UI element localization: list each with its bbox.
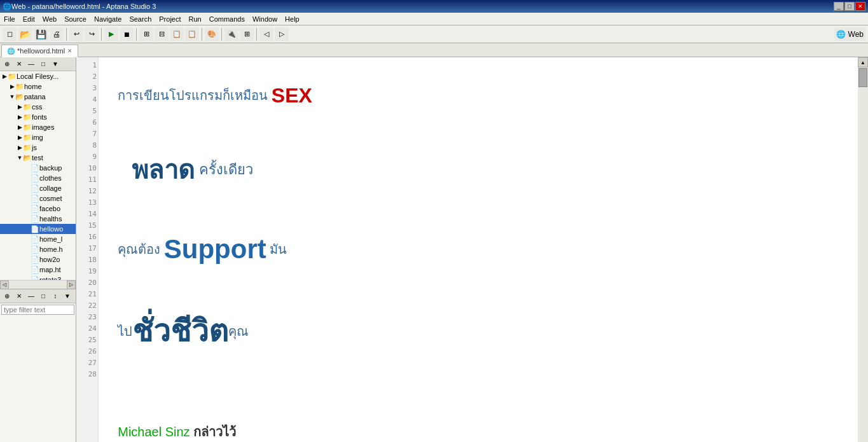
folder-icon: 📁: [23, 123, 32, 132]
tree-item-hellowo[interactable]: 📄 hellowo: [0, 224, 76, 234]
menu-help[interactable]: Help: [281, 14, 303, 24]
toolbar-view[interactable]: ⊞: [240, 27, 254, 41]
tree-item-home[interactable]: ▶ 📁 home: [0, 81, 76, 92]
menu-source[interactable]: Source: [60, 14, 90, 24]
toolbar-print[interactable]: 🖨: [50, 27, 64, 41]
tree-item-img[interactable]: ▶ 📁 img: [0, 132, 76, 142]
file-icon: 📄: [31, 225, 39, 233]
hscroll-right[interactable]: ▷: [67, 280, 76, 289]
editor-line-12: [104, 220, 853, 231]
toolbar-layout3[interactable]: 📋: [170, 27, 184, 41]
tree-item-localfiles[interactable]: ▶ 📁 Local Filesy...: [0, 71, 76, 81]
toolbar-run[interactable]: ▶: [104, 27, 118, 41]
vscroll-thumb[interactable]: [858, 68, 867, 87]
tree-item-map[interactable]: 📄 map.ht: [0, 265, 76, 275]
filter-input[interactable]: [1, 305, 74, 315]
blp-btn2[interactable]: ✕: [13, 290, 25, 301]
tree-item-how2o[interactable]: 📄 how2o: [0, 254, 76, 265]
menu-run[interactable]: Run: [185, 14, 205, 24]
toolbar-layout1[interactable]: ⊞: [139, 27, 153, 41]
fe-btn-min[interactable]: —: [25, 59, 37, 70]
tree-toggle: [24, 175, 31, 181]
tree-label: css: [32, 103, 43, 111]
blp-btn3[interactable]: —: [25, 290, 37, 301]
tab-helloword[interactable]: 🌐 *helloword.html ✕: [1, 45, 78, 57]
file-icon: 📄: [31, 266, 39, 274]
blp-btn1[interactable]: ⊕: [1, 290, 13, 301]
toolbar-stop[interactable]: ⏹: [120, 27, 134, 41]
toolbar-web-icon[interactable]: 🌐 Web: [834, 27, 865, 41]
maximize-button[interactable]: □: [844, 2, 855, 11]
tree-item-backup[interactable]: 📄 backup: [0, 163, 76, 173]
toolbar-fwd[interactable]: ▷: [275, 27, 289, 41]
editor-content[interactable]: การเขียนโปรแกรมก็เหมือน SEX พลาด ครั้งเด…: [99, 57, 858, 442]
menu-edit[interactable]: Edit: [19, 14, 39, 24]
editor-line-21: [104, 373, 853, 385]
tree-item-home-h[interactable]: 📄 home.h: [0, 244, 76, 254]
toolbar-redo[interactable]: ↪: [85, 27, 99, 41]
editor-line-24: [104, 408, 853, 419]
fe-btn-max[interactable]: □: [38, 59, 49, 70]
menu-window[interactable]: Window: [249, 14, 281, 24]
tree-toggle: [24, 195, 31, 202]
editor-line-18: ไป ชั่วชีวิต คุณ: [104, 312, 853, 350]
toolbar-plug[interactable]: 🔌: [224, 27, 238, 41]
toolbar-layout4[interactable]: 📋: [185, 27, 199, 41]
toolbar-new[interactable]: ◻: [3, 27, 17, 41]
bottom-left-panel: ⊕ ✕ — □ ↕ ▼: [0, 289, 76, 443]
tree-item-clothes[interactable]: 📄 clothes: [0, 173, 76, 183]
editor-vscrollbar[interactable]: ▲ ▼: [858, 57, 868, 442]
tree-item-facebo[interactable]: 📄 facebo: [0, 204, 76, 214]
tree-item-js[interactable]: ▶ 📁 js: [0, 142, 76, 153]
tree-toggle: [24, 256, 31, 263]
toolbar-palette[interactable]: 🎨: [205, 27, 219, 41]
toolbar-layout2[interactable]: ⊟: [155, 27, 169, 41]
tree-item-rotate3[interactable]: 📄 rotate3: [0, 275, 76, 280]
tree-toggle: [24, 226, 31, 232]
menu-file[interactable]: File: [0, 14, 19, 24]
tree-toggle: ▼: [9, 93, 15, 100]
titlebar-controls: _ □ ✕: [834, 2, 865, 11]
tree-item-css[interactable]: ▶ 📁 css: [0, 102, 76, 112]
tree-item-cosmet[interactable]: 📄 cosmet: [0, 193, 76, 204]
vscroll-up[interactable]: ▲: [858, 57, 868, 67]
tree-hscrollbar[interactable]: ◁ ▷: [0, 280, 76, 289]
minimize-button[interactable]: _: [834, 2, 844, 11]
blp-btn-menu[interactable]: ▼: [62, 290, 73, 301]
toolbar-open[interactable]: 📂: [18, 27, 32, 41]
fe-btn-new[interactable]: ⊕: [1, 59, 13, 70]
tree-item-fonts[interactable]: ▶ 📁 fonts: [0, 112, 76, 122]
line13-support: Support: [164, 244, 266, 255]
tree-toggle: ▶: [9, 83, 15, 90]
tree-label: images: [32, 123, 54, 131]
line25-thai: กล่าวไว้: [193, 426, 236, 438]
fe-btn-menu[interactable]: ▼: [50, 59, 61, 70]
tree-label: patana: [24, 93, 46, 100]
menu-navigate[interactable]: Navigate: [90, 14, 125, 24]
toolbar-undo[interactable]: ↩: [69, 27, 83, 41]
toolbar-back[interactable]: ◁: [259, 27, 273, 41]
tab-close-icon[interactable]: ✕: [67, 48, 72, 54]
close-button[interactable]: ✕: [855, 2, 865, 11]
folder-icon: 📁: [23, 103, 32, 111]
menu-search[interactable]: Search: [125, 14, 155, 24]
menu-project[interactable]: Project: [155, 14, 184, 24]
separator-2: [101, 28, 102, 41]
tree-item-healths[interactable]: 📄 healths: [0, 214, 76, 224]
tree-item-collage[interactable]: 📄 collage: [0, 183, 76, 193]
blp-btn4[interactable]: □: [38, 290, 49, 301]
tree-item-test[interactable]: ▼ 📂 test: [0, 153, 76, 163]
menu-commands[interactable]: Commands: [205, 14, 249, 24]
fe-btn-close[interactable]: ✕: [13, 59, 25, 70]
tree-toggle: [24, 205, 31, 212]
menu-web[interactable]: Web: [39, 14, 60, 24]
tree-item-images[interactable]: ▶ 📁 images: [0, 122, 76, 132]
tree-item-patana[interactable]: ▼ 📂 patana: [0, 92, 76, 102]
toolbar-save[interactable]: 💾: [34, 27, 48, 41]
tree-item-home-l[interactable]: 📄 home_l: [0, 234, 76, 244]
folder-icon: 📁: [23, 144, 32, 152]
tree-label: home.h: [39, 245, 63, 253]
hscroll-left[interactable]: ◁: [0, 280, 9, 289]
blp-btn-sort[interactable]: ↕: [50, 290, 61, 301]
toolbar: ◻ 📂 💾 🖨 ↩ ↪ ▶ ⏹ ⊞ ⊟ 📋 📋 🎨 🔌 ⊞ ◁ ▷ 🌐 Web: [0, 25, 868, 43]
